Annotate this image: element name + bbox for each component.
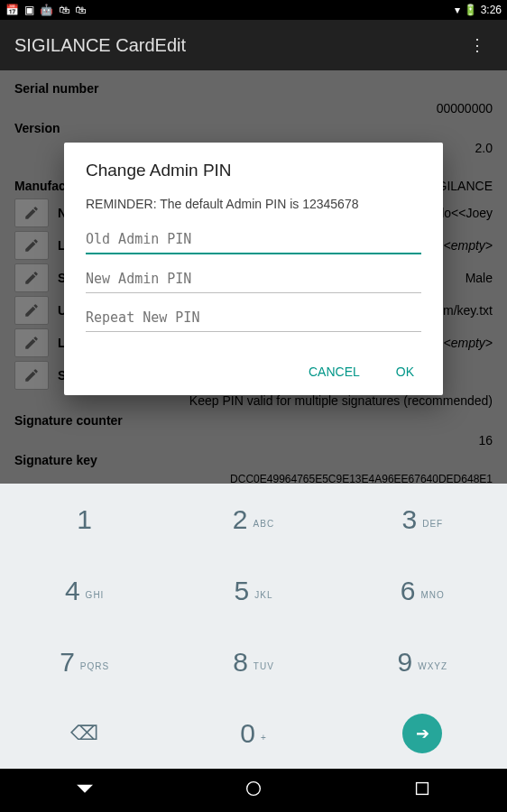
old-admin-pin-input[interactable]	[86, 226, 421, 254]
app-title: SIGILANCE CardEdit	[14, 35, 186, 56]
circle-icon	[244, 779, 263, 798]
backspace-icon: ⌫	[70, 722, 98, 745]
chevron-right-icon: ➔	[402, 714, 442, 753]
repeat-new-pin-input[interactable]	[86, 304, 421, 332]
svg-point-0	[247, 782, 261, 796]
apps-icon: ▣	[24, 4, 34, 16]
battery-icon: 🔋	[464, 4, 477, 16]
triangle-down-icon	[75, 779, 95, 798]
key-7[interactable]: 7PQRS	[0, 626, 169, 697]
status-time: 3:26	[481, 4, 502, 16]
new-admin-pin-input[interactable]	[86, 265, 421, 293]
dialog-reminder: REMINDER: The default Admin PIN is 12345…	[86, 197, 421, 211]
key-4[interactable]: 4GHI	[0, 555, 169, 626]
key-enter[interactable]: ➔	[338, 697, 507, 769]
status-bar: 📅 ▣ 🤖 🛍 🛍 ▾ 🔋 3:26	[0, 0, 507, 20]
key-backspace[interactable]: ⌫	[0, 697, 169, 769]
key-5[interactable]: 5JKL	[169, 555, 337, 626]
key-2[interactable]: 2ABC	[169, 484, 337, 555]
square-icon	[412, 779, 432, 798]
back-button[interactable]	[75, 779, 95, 802]
key-6[interactable]: 6MNO	[338, 555, 507, 626]
android-nav-bar	[0, 769, 507, 812]
change-admin-pin-dialog: Change Admin PIN REMINDER: The default A…	[64, 143, 443, 395]
numeric-keyboard: 1 2ABC 3DEF 4GHI 5JKL 6MNO 7PQRS 8TUV 9W…	[0, 484, 507, 769]
cancel-button[interactable]: CANCEL	[301, 357, 367, 386]
dialog-title: Change Admin PIN	[86, 161, 421, 180]
app-bar: SIGILANCE CardEdit ⋮	[0, 20, 507, 70]
wifi-icon: ▾	[455, 4, 460, 16]
key-3[interactable]: 3DEF	[338, 484, 507, 555]
svg-rect-1	[417, 783, 429, 795]
android-icon: 🤖	[40, 4, 53, 16]
key-8[interactable]: 8TUV	[169, 626, 337, 697]
bag-check-icon: 🛍	[75, 4, 86, 16]
ok-button[interactable]: OK	[389, 357, 421, 386]
overflow-menu-icon[interactable]: ⋮	[462, 28, 493, 62]
key-1[interactable]: 1	[0, 484, 169, 555]
calendar-icon: 📅	[5, 4, 19, 16]
bag-icon: 🛍	[59, 4, 69, 16]
key-9[interactable]: 9WXYZ	[338, 626, 507, 697]
key-0[interactable]: 0+	[169, 697, 337, 769]
recent-apps-button[interactable]	[412, 779, 432, 802]
home-button[interactable]	[244, 779, 263, 802]
